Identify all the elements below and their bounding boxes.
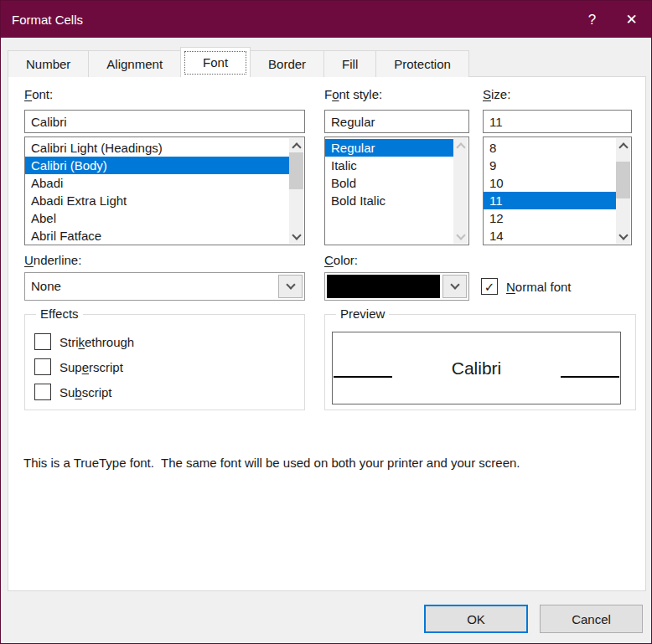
scroll-down-button[interactable] [616, 229, 630, 244]
size-list-scrollbar[interactable] [616, 138, 630, 244]
help-button[interactable]: ? [572, 1, 612, 38]
ok-button[interactable]: OK [424, 605, 528, 633]
font-style-item-selected[interactable]: Regular [325, 139, 454, 157]
scroll-up-button [453, 138, 468, 152]
chevron-down-icon [450, 280, 459, 289]
scroll-down-button[interactable] [289, 229, 303, 244]
checkbox-box [34, 358, 51, 375]
checkbox-box: ✓ [481, 278, 498, 295]
font-list-scrollbar[interactable] [289, 138, 303, 244]
tab-alignment-label: Alignment [106, 57, 163, 71]
tab-border-label: Border [268, 57, 306, 71]
truetype-note: This is a TrueType font. The same font w… [23, 456, 520, 470]
preview-well: Calibri [332, 332, 621, 404]
preview-group: Preview Calibri [324, 314, 636, 410]
subscript-label: Subscript [60, 385, 112, 399]
font-style-item[interactable]: Italic [325, 157, 454, 174]
tab-protection-label: Protection [394, 57, 451, 71]
tab-number[interactable]: Number [8, 50, 89, 77]
format-cells-dialog: Format Cells ? ✕ Number Alignment Font B… [0, 0, 652, 644]
effects-group: Effects Strikethrough Superscript Subscr… [24, 314, 305, 410]
font-list-item[interactable]: Abadi Extra Light [25, 192, 290, 209]
underline-value: None [25, 273, 304, 300]
font-style-item[interactable]: Bold [325, 174, 454, 192]
superscript-checkbox[interactable]: Superscript [34, 358, 123, 375]
checkbox-box [34, 333, 51, 350]
underline-dropdown-button[interactable] [278, 275, 303, 298]
font-input[interactable] [24, 110, 305, 133]
scrollbar-thumb[interactable] [616, 162, 630, 198]
font-tab-page: Font: Font style: Size: Calibri Light (H… [8, 76, 646, 591]
size-list-item[interactable]: 14 [484, 227, 617, 245]
size-list-item[interactable]: 10 [484, 174, 617, 192]
checkbox-box [34, 384, 51, 400]
font-list-item-selected[interactable]: Calibri (Body) [25, 157, 290, 174]
tab-strip: Number Alignment Font Border Fill Protec… [8, 47, 468, 77]
size-list-item[interactable]: 12 [484, 209, 617, 227]
tab-font[interactable]: Font [180, 47, 251, 77]
cancel-button[interactable]: Cancel [540, 605, 643, 633]
size-list: 8 9 10 11 12 14 [483, 137, 632, 245]
close-icon: ✕ [625, 13, 637, 27]
tab-focus-rect [184, 51, 246, 75]
chevron-up-icon [618, 142, 628, 152]
chevron-up-icon [456, 142, 465, 152]
color-dropdown[interactable] [324, 272, 469, 301]
tab-alignment[interactable]: Alignment [88, 50, 181, 77]
font-list-item[interactable]: Calibri Light (Headings) [25, 139, 290, 157]
preview-legend: Preview [336, 307, 389, 321]
size-list-item[interactable]: 9 [484, 157, 617, 174]
tab-border[interactable]: Border [250, 50, 324, 77]
subscript-checkbox[interactable]: Subscript [34, 384, 112, 400]
scroll-up-button[interactable] [616, 138, 630, 152]
tab-fill[interactable]: Fill [323, 50, 376, 77]
font-list-item[interactable]: Abadi [25, 174, 290, 192]
font-list-item[interactable]: Abel [25, 209, 290, 227]
size-list-item-selected[interactable]: 11 [484, 192, 617, 209]
strikethrough-label: Strikethrough [60, 335, 134, 349]
color-swatch [327, 275, 440, 298]
scrollbar-thumb[interactable] [289, 152, 303, 189]
tab-fill-label: Fill [342, 57, 358, 71]
title-bar: Format Cells ? ✕ [1, 1, 651, 38]
chevron-down-icon [292, 230, 301, 240]
font-list-item[interactable]: Abril Fatface [25, 227, 290, 245]
tab-protection[interactable]: Protection [375, 50, 469, 77]
preview-sample-text: Calibri [452, 358, 502, 379]
font-style-list: Regular Italic Bold Bold Italic [324, 137, 469, 245]
color-dropdown-button[interactable] [442, 275, 467, 298]
font-label: Font: [24, 87, 53, 101]
size-list-item[interactable]: 8 [484, 139, 617, 157]
font-list: Calibri Light (Headings) Calibri (Body) … [24, 137, 305, 245]
underline-dropdown[interactable]: None [24, 272, 305, 301]
normal-font-checkbox[interactable]: ✓ Normal font [481, 278, 572, 295]
normal-font-label: Normal font [506, 280, 572, 294]
strikethrough-checkbox[interactable]: Strikethrough [34, 333, 134, 350]
chevron-down-icon [286, 280, 295, 289]
window-title: Format Cells [1, 13, 83, 27]
help-icon: ? [588, 13, 596, 27]
tab-number-label: Number [26, 57, 70, 71]
chevron-down-icon [618, 230, 628, 240]
font-style-input[interactable] [324, 110, 469, 133]
underline-label: Underline: [24, 253, 81, 267]
font-style-item[interactable]: Bold Italic [325, 192, 454, 209]
titlebar-controls: ? ✕ [572, 1, 651, 38]
font-style-scrollbar [453, 138, 468, 244]
baseline-line-right [561, 376, 619, 378]
size-input[interactable] [483, 110, 632, 133]
close-button[interactable]: ✕ [612, 1, 651, 38]
size-label: Size: [483, 87, 510, 101]
scroll-down-button [453, 229, 468, 244]
scroll-up-button[interactable] [289, 138, 303, 152]
baseline-line-left [334, 376, 392, 378]
superscript-label: Superscript [60, 360, 123, 374]
chevron-down-icon [456, 230, 465, 240]
effects-legend: Effects [36, 307, 83, 321]
font-style-label: Font style: [324, 87, 382, 101]
chevron-up-icon [292, 142, 301, 152]
check-icon: ✓ [484, 281, 495, 293]
color-label: Color: [324, 253, 358, 267]
